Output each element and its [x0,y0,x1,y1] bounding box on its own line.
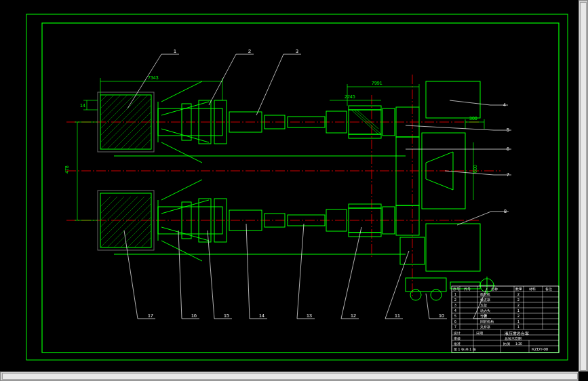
svg-rect-71 [349,204,381,208]
svg-text:推进器: 推进器 [480,298,490,302]
vertical-scroll-thumb[interactable] [580,2,587,371]
svg-line-45 [100,197,138,234]
bom-hdr-5: 备注 [545,287,552,291]
svg-line-16 [121,119,151,149]
svg-line-11 [100,95,121,115]
svg-line-46 [100,197,131,227]
svg-text:凿岩机: 凿岩机 [480,292,490,296]
svg-text:1: 1 [517,308,520,313]
svg-line-18 [134,132,151,149]
title-main: 液压凿岩台车 [505,331,529,336]
svg-line-55 [141,237,151,247]
svg-line-14 [107,105,151,149]
date-label: 日期 [476,331,483,335]
svg-rect-82 [406,278,446,292]
svg-line-48 [100,197,117,214]
svg-line-124 [178,230,182,319]
centerlines [66,75,501,298]
svg-line-52 [121,217,151,247]
svg-text:2: 2 [517,298,520,302]
cad-viewport: 7343 7991 14 478 300 2245 600 [0,0,588,381]
callout-8: 8 [504,209,507,214]
bom-hdr-2: 名称 [491,287,498,291]
svg-line-54 [134,230,151,247]
svg-line-136 [426,294,429,319]
svg-line-9 [100,95,134,129]
svg-text:动力头: 动力头 [480,308,490,313]
svg-line-24 [161,142,202,163]
svg-line-13 [100,95,107,102]
svg-line-130 [297,224,304,319]
callout-7: 7 [507,172,509,177]
callout-13: 13 [307,313,312,318]
svg-line-112 [450,100,490,105]
callout-2: 2 [248,49,251,54]
svg-text:夹持器: 夹持器 [480,325,490,329]
svg-text:1: 1 [517,325,520,329]
svg-line-44 [100,197,144,241]
svg-rect-36 [349,134,381,138]
svg-text:2: 2 [517,292,520,296]
svg-line-15 [114,112,151,149]
designed-label: 设计 [454,331,460,335]
callout-12: 12 [351,313,356,318]
callout-15: 15 [224,313,229,318]
dwg-no: KZDY-00 [532,347,549,351]
sheet-label: 第 1 张 共 1 张 [454,347,476,351]
dim-top-right: 7991 [372,81,383,85]
approved-label: 批准 [454,342,460,346]
svg-line-132 [341,227,361,319]
svg-line-53 [128,224,151,247]
svg-rect-77 [426,81,480,118]
callout-4: 4 [503,102,506,107]
callout-16: 16 [191,313,197,318]
svg-line-51 [114,210,151,247]
svg-line-60 [161,241,202,261]
svg-line-8 [100,95,141,136]
svg-line-12 [100,95,114,108]
svg-text:7: 7 [454,325,456,329]
svg-line-50 [107,203,151,247]
svg-text:2: 2 [517,314,520,318]
drawing-area: 7343 7991 14 478 300 2245 600 [26,14,568,361]
svg-text:支架: 支架 [480,303,487,307]
dim-left-vert: 478 [64,165,69,174]
titleblock: 序号 代号 名称 数量 材料 备注 1 凿岩机 2 2 推进器 2 3 支架 2… [452,286,559,353]
svg-line-120 [457,212,491,225]
horizontal-scrollbar[interactable] [0,372,579,381]
svg-line-118 [445,171,494,175]
svg-text:5: 5 [454,314,456,318]
dim-mid-len: 2245 [345,94,355,99]
svg-text:4: 4 [454,308,456,313]
svg-text:2: 2 [454,298,456,302]
callout-11: 11 [395,313,400,318]
svg-line-39 [357,110,378,129]
callout-1: 1 [174,49,176,54]
svg-line-57 [161,180,202,200]
dim-right-ext: 300 [469,116,477,121]
svg-rect-72 [349,233,381,237]
svg-line-122 [124,230,138,319]
svg-text:6: 6 [454,319,456,323]
callout-5: 5 [507,127,509,132]
svg-line-126 [208,230,214,319]
svg-text:2: 2 [517,303,520,307]
vertical-scrollbar[interactable] [579,0,588,372]
svg-rect-35 [349,106,381,110]
checked-label: 审核 [454,336,460,340]
svg-line-7 [100,95,148,142]
central-carrier [114,81,495,300]
scale-label: 比例 [503,342,510,346]
horizontal-scroll-thumb[interactable] [2,373,578,380]
callout-3: 3 [296,49,298,54]
callout-6: 6 [507,146,509,151]
cad-drawing-svg: 7343 7991 14 478 300 2245 600 [26,14,568,361]
svg-line-19 [141,139,151,149]
svg-point-83 [410,289,421,300]
dim-left-small: 14 [80,103,85,108]
callout-17: 17 [148,313,153,318]
bom-hdr-1: 代号 [463,287,471,291]
svg-line-128 [246,224,250,319]
svg-text:1: 1 [517,319,520,323]
svg-line-47 [100,197,124,220]
